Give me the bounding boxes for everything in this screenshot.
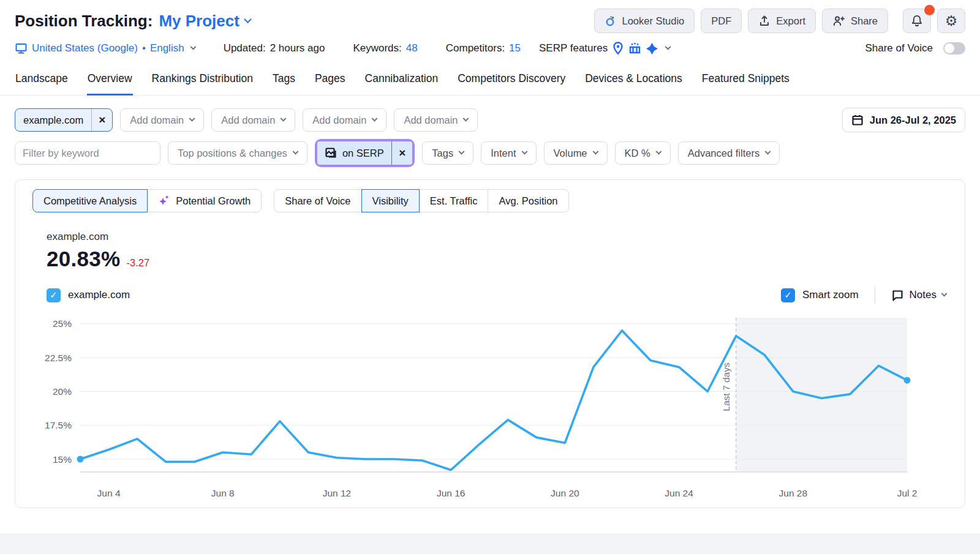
chevron-down-icon: [244, 15, 252, 23]
tab-cannibalization[interactable]: Cannibalization: [364, 70, 439, 95]
top-positions-dropdown[interactable]: Top positions & changes: [168, 141, 307, 165]
legend-domain-label: example.com: [68, 289, 130, 301]
keywords-count[interactable]: 48: [406, 42, 418, 54]
looker-studio-icon: [605, 15, 616, 27]
kd-dropdown[interactable]: KD %: [615, 141, 671, 165]
sparkles-icon: [158, 194, 170, 208]
domain-series-checkbox[interactable]: ✓: [47, 288, 61, 302]
svg-text:Jun 16: Jun 16: [437, 488, 466, 498]
main-tabs: Landscape Overview Rankings Distribution…: [0, 70, 980, 95]
header: Position Tracking: My Project Looker Stu…: [15, 0, 965, 33]
smart-zoom-checkbox[interactable]: ✓: [781, 288, 795, 302]
metric-value: 20.83%: [47, 247, 121, 271]
keyword-filter: [15, 141, 160, 165]
tab-competitors-discovery[interactable]: Competitors Discovery: [457, 70, 566, 95]
chevron-down-icon: [189, 115, 195, 121]
notes-icon: [891, 289, 904, 302]
competitive-analysis-button[interactable]: Competitive Analysis: [32, 189, 148, 212]
tags-dropdown[interactable]: Tags: [422, 141, 473, 165]
map-pin-icon: [612, 42, 624, 55]
overview-card: Competitive Analysis Potential Growth Sh…: [15, 179, 965, 508]
calendar-icon: [851, 114, 864, 126]
page-background-strip: [0, 534, 980, 554]
chart-legend-row: ✓ example.com ✓ Smart zoom Notes: [47, 287, 946, 303]
share-of-voice-tab[interactable]: Share of Voice: [274, 189, 361, 212]
svg-text:17.5%: 17.5%: [45, 420, 72, 430]
language-label[interactable]: English: [150, 42, 184, 54]
add-domain-dropdown-3[interactable]: Add domain: [303, 108, 386, 132]
project-selector[interactable]: My Project: [159, 12, 251, 31]
location-label[interactable]: United States (Google): [32, 42, 138, 54]
competitors-info: Competitors: 15: [446, 42, 521, 54]
chevron-down-icon: [372, 115, 378, 121]
share-of-voice-toggle-row: Share of Voice: [865, 42, 965, 54]
svg-text:Jun 20: Jun 20: [551, 488, 579, 498]
intent-dropdown[interactable]: Intent: [481, 141, 536, 165]
analysis-mode-switch: Competitive Analysis Potential Growth: [32, 189, 262, 212]
notes-dropdown[interactable]: Notes: [891, 289, 946, 302]
gear-icon: ⚙: [945, 14, 958, 28]
share-of-voice-toggle[interactable]: [943, 42, 965, 54]
on-serp-filter-chip[interactable]: on SERP ×: [317, 141, 412, 165]
svg-text:Jul 2: Jul 2: [897, 488, 918, 498]
tab-pages[interactable]: Pages: [314, 70, 346, 95]
serp-features-selector[interactable]: SERP features: [539, 42, 670, 55]
notification-badge: [924, 5, 935, 15]
date-range-label: Jun 26-Jul 2, 2025: [870, 114, 956, 126]
svg-text:Jun 8: Jun 8: [211, 488, 235, 498]
chart-view-controls: Competitive Analysis Potential Growth Sh…: [15, 180, 965, 212]
chart-container: 15%17.5%20%22.5%25%Last 7 daysJun 4Jun 8…: [19, 309, 965, 505]
notifications-button[interactable]: [903, 9, 931, 33]
chevron-down-icon: [190, 43, 196, 50]
svg-text:20%: 20%: [53, 386, 72, 397]
settings-button[interactable]: ⚙: [937, 9, 965, 33]
looker-studio-button[interactable]: Looker Studio: [594, 9, 695, 33]
svg-text:15%: 15%: [53, 454, 72, 465]
smart-zoom-label: Smart zoom: [802, 289, 859, 301]
keywords-info: Keywords: 48: [353, 42, 417, 54]
visibility-tab[interactable]: Visibility: [361, 189, 420, 212]
tab-featured-snippets[interactable]: Featured Snippets: [701, 70, 790, 95]
competitors-count[interactable]: 15: [509, 42, 521, 54]
bell-icon: [910, 14, 924, 28]
tab-devices-locations[interactable]: Devices & Locations: [584, 70, 683, 95]
svg-text:25%: 25%: [53, 318, 72, 329]
chevron-down-icon: [281, 115, 287, 121]
share-button[interactable]: Share: [822, 9, 888, 33]
visibility-chart[interactable]: 15%17.5%20%22.5%25%Last 7 daysJun 4Jun 8…: [19, 309, 919, 503]
svg-text:Jun 28: Jun 28: [779, 488, 808, 498]
chevron-down-icon: [463, 115, 469, 121]
date-range-picker[interactable]: Jun 26-Jul 2, 2025: [842, 108, 965, 132]
pdf-button[interactable]: PDF: [701, 9, 742, 33]
tab-overview[interactable]: Overview: [87, 70, 133, 95]
est-traffic-tab[interactable]: Est. Traffic: [419, 189, 489, 212]
chevron-down-icon: [592, 148, 598, 154]
svg-text:22.5%: 22.5%: [45, 353, 72, 363]
remove-serp-filter-icon[interactable]: ×: [392, 146, 412, 160]
add-domain-dropdown-2[interactable]: Add domain: [211, 108, 295, 132]
chevron-down-icon: [655, 148, 662, 154]
potential-growth-button[interactable]: Potential Growth: [147, 189, 262, 212]
monitor-icon: [15, 42, 28, 54]
svg-text:Jun 4: Jun 4: [97, 488, 121, 498]
tab-tags[interactable]: Tags: [272, 70, 296, 95]
export-button[interactable]: Export: [748, 9, 816, 33]
keyword-filter-input[interactable]: [15, 142, 160, 164]
share-person-icon: [832, 15, 845, 27]
project-name[interactable]: My Project: [159, 12, 239, 31]
advanced-filters-dropdown[interactable]: Advanced filters: [678, 141, 780, 165]
sitelinks-icon: [628, 42, 641, 54]
tab-landscape[interactable]: Landscape: [15, 70, 69, 95]
add-domain-dropdown-4[interactable]: Add domain: [394, 108, 478, 132]
location-language-selector[interactable]: United States (Google) • English: [15, 42, 195, 54]
add-domain-dropdown-1[interactable]: Add domain: [120, 108, 204, 132]
avg-position-tab[interactable]: Avg. Position: [488, 189, 568, 212]
remove-domain-icon[interactable]: ×: [92, 113, 112, 127]
serp-filter-highlight: on SERP ×: [315, 139, 415, 167]
volume-dropdown[interactable]: Volume: [544, 141, 608, 165]
meta-row: United States (Google) • English Updated…: [15, 42, 965, 55]
metric-switch: Share of Voice Visibility Est. Traffic A…: [274, 189, 568, 212]
metric-domain: example.com: [47, 231, 965, 243]
svg-text:Jun 12: Jun 12: [323, 488, 352, 498]
tab-rankings-distribution[interactable]: Rankings Distribution: [151, 70, 254, 95]
